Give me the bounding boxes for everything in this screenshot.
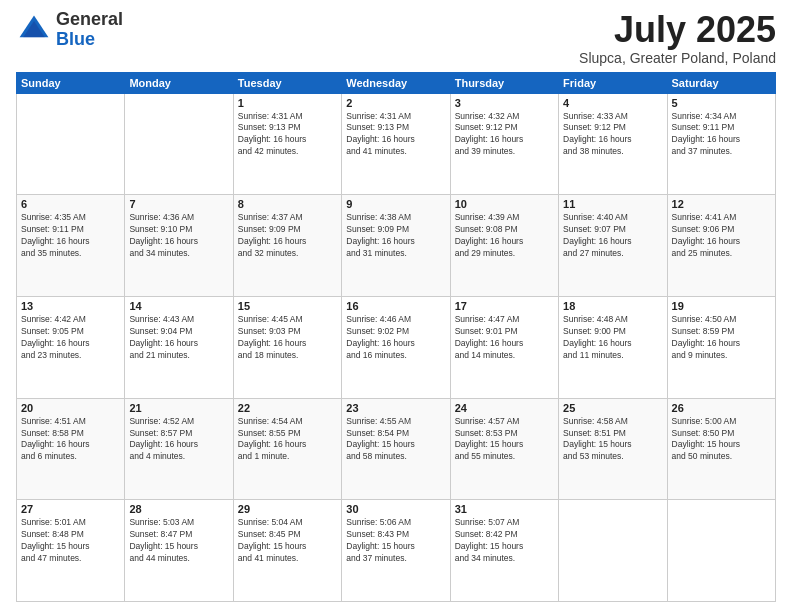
logo: General Blue bbox=[16, 10, 123, 50]
calendar-week-row: 20Sunrise: 4:51 AM Sunset: 8:58 PM Dayli… bbox=[17, 398, 776, 500]
day-of-week-header: Sunday bbox=[17, 72, 125, 93]
calendar-cell bbox=[559, 500, 667, 602]
day-number: 22 bbox=[238, 402, 337, 414]
day-number: 1 bbox=[238, 97, 337, 109]
calendar-cell: 29Sunrise: 5:04 AM Sunset: 8:45 PM Dayli… bbox=[233, 500, 341, 602]
calendar-cell: 11Sunrise: 4:40 AM Sunset: 9:07 PM Dayli… bbox=[559, 195, 667, 297]
day-info: Sunrise: 5:06 AM Sunset: 8:43 PM Dayligh… bbox=[346, 517, 445, 565]
day-info: Sunrise: 4:36 AM Sunset: 9:10 PM Dayligh… bbox=[129, 212, 228, 260]
day-info: Sunrise: 4:38 AM Sunset: 9:09 PM Dayligh… bbox=[346, 212, 445, 260]
calendar-week-row: 27Sunrise: 5:01 AM Sunset: 8:48 PM Dayli… bbox=[17, 500, 776, 602]
calendar-cell: 17Sunrise: 4:47 AM Sunset: 9:01 PM Dayli… bbox=[450, 296, 558, 398]
day-info: Sunrise: 4:40 AM Sunset: 9:07 PM Dayligh… bbox=[563, 212, 662, 260]
calendar-cell bbox=[17, 93, 125, 195]
day-info: Sunrise: 4:50 AM Sunset: 8:59 PM Dayligh… bbox=[672, 314, 771, 362]
day-info: Sunrise: 4:43 AM Sunset: 9:04 PM Dayligh… bbox=[129, 314, 228, 362]
day-info: Sunrise: 4:37 AM Sunset: 9:09 PM Dayligh… bbox=[238, 212, 337, 260]
day-number: 12 bbox=[672, 198, 771, 210]
day-info: Sunrise: 4:35 AM Sunset: 9:11 PM Dayligh… bbox=[21, 212, 120, 260]
logo-general: General bbox=[56, 9, 123, 29]
day-number: 27 bbox=[21, 503, 120, 515]
calendar-cell: 2Sunrise: 4:31 AM Sunset: 9:13 PM Daylig… bbox=[342, 93, 450, 195]
calendar-cell: 8Sunrise: 4:37 AM Sunset: 9:09 PM Daylig… bbox=[233, 195, 341, 297]
day-of-week-header: Friday bbox=[559, 72, 667, 93]
day-number: 9 bbox=[346, 198, 445, 210]
calendar-cell: 25Sunrise: 4:58 AM Sunset: 8:51 PM Dayli… bbox=[559, 398, 667, 500]
day-info: Sunrise: 4:57 AM Sunset: 8:53 PM Dayligh… bbox=[455, 416, 554, 464]
day-number: 29 bbox=[238, 503, 337, 515]
day-number: 2 bbox=[346, 97, 445, 109]
day-info: Sunrise: 4:54 AM Sunset: 8:55 PM Dayligh… bbox=[238, 416, 337, 464]
day-info: Sunrise: 4:47 AM Sunset: 9:01 PM Dayligh… bbox=[455, 314, 554, 362]
day-number: 8 bbox=[238, 198, 337, 210]
day-info: Sunrise: 4:51 AM Sunset: 8:58 PM Dayligh… bbox=[21, 416, 120, 464]
calendar-cell: 18Sunrise: 4:48 AM Sunset: 9:00 PM Dayli… bbox=[559, 296, 667, 398]
logo-blue: Blue bbox=[56, 29, 95, 49]
calendar-cell: 19Sunrise: 4:50 AM Sunset: 8:59 PM Dayli… bbox=[667, 296, 775, 398]
calendar-cell: 10Sunrise: 4:39 AM Sunset: 9:08 PM Dayli… bbox=[450, 195, 558, 297]
day-number: 15 bbox=[238, 300, 337, 312]
day-info: Sunrise: 4:55 AM Sunset: 8:54 PM Dayligh… bbox=[346, 416, 445, 464]
day-of-week-header: Wednesday bbox=[342, 72, 450, 93]
day-number: 3 bbox=[455, 97, 554, 109]
day-number: 31 bbox=[455, 503, 554, 515]
day-info: Sunrise: 5:01 AM Sunset: 8:48 PM Dayligh… bbox=[21, 517, 120, 565]
day-info: Sunrise: 4:39 AM Sunset: 9:08 PM Dayligh… bbox=[455, 212, 554, 260]
calendar-cell: 9Sunrise: 4:38 AM Sunset: 9:09 PM Daylig… bbox=[342, 195, 450, 297]
calendar-cell: 16Sunrise: 4:46 AM Sunset: 9:02 PM Dayli… bbox=[342, 296, 450, 398]
calendar-cell bbox=[667, 500, 775, 602]
day-info: Sunrise: 4:48 AM Sunset: 9:00 PM Dayligh… bbox=[563, 314, 662, 362]
day-number: 21 bbox=[129, 402, 228, 414]
day-info: Sunrise: 4:58 AM Sunset: 8:51 PM Dayligh… bbox=[563, 416, 662, 464]
calendar-cell: 30Sunrise: 5:06 AM Sunset: 8:43 PM Dayli… bbox=[342, 500, 450, 602]
day-number: 24 bbox=[455, 402, 554, 414]
month-title: July 2025 bbox=[579, 10, 776, 50]
calendar-cell: 6Sunrise: 4:35 AM Sunset: 9:11 PM Daylig… bbox=[17, 195, 125, 297]
calendar-cell: 27Sunrise: 5:01 AM Sunset: 8:48 PM Dayli… bbox=[17, 500, 125, 602]
header-row: SundayMondayTuesdayWednesdayThursdayFrid… bbox=[17, 72, 776, 93]
calendar-cell: 14Sunrise: 4:43 AM Sunset: 9:04 PM Dayli… bbox=[125, 296, 233, 398]
day-info: Sunrise: 5:03 AM Sunset: 8:47 PM Dayligh… bbox=[129, 517, 228, 565]
day-number: 19 bbox=[672, 300, 771, 312]
day-of-week-header: Monday bbox=[125, 72, 233, 93]
day-number: 14 bbox=[129, 300, 228, 312]
day-number: 6 bbox=[21, 198, 120, 210]
calendar-cell: 5Sunrise: 4:34 AM Sunset: 9:11 PM Daylig… bbox=[667, 93, 775, 195]
day-info: Sunrise: 5:00 AM Sunset: 8:50 PM Dayligh… bbox=[672, 416, 771, 464]
day-number: 7 bbox=[129, 198, 228, 210]
header: General Blue July 2025 Slupca, Greater P… bbox=[16, 10, 776, 66]
calendar-table: SundayMondayTuesdayWednesdayThursdayFrid… bbox=[16, 72, 776, 602]
day-info: Sunrise: 5:04 AM Sunset: 8:45 PM Dayligh… bbox=[238, 517, 337, 565]
day-of-week-header: Saturday bbox=[667, 72, 775, 93]
day-number: 18 bbox=[563, 300, 662, 312]
calendar-cell: 1Sunrise: 4:31 AM Sunset: 9:13 PM Daylig… bbox=[233, 93, 341, 195]
calendar-cell: 20Sunrise: 4:51 AM Sunset: 8:58 PM Dayli… bbox=[17, 398, 125, 500]
calendar-cell: 22Sunrise: 4:54 AM Sunset: 8:55 PM Dayli… bbox=[233, 398, 341, 500]
day-info: Sunrise: 5:07 AM Sunset: 8:42 PM Dayligh… bbox=[455, 517, 554, 565]
calendar-cell: 15Sunrise: 4:45 AM Sunset: 9:03 PM Dayli… bbox=[233, 296, 341, 398]
calendar-cell: 7Sunrise: 4:36 AM Sunset: 9:10 PM Daylig… bbox=[125, 195, 233, 297]
page: General Blue July 2025 Slupca, Greater P… bbox=[0, 0, 792, 612]
calendar-week-row: 6Sunrise: 4:35 AM Sunset: 9:11 PM Daylig… bbox=[17, 195, 776, 297]
calendar-cell: 12Sunrise: 4:41 AM Sunset: 9:06 PM Dayli… bbox=[667, 195, 775, 297]
day-number: 10 bbox=[455, 198, 554, 210]
day-of-week-header: Tuesday bbox=[233, 72, 341, 93]
day-info: Sunrise: 4:31 AM Sunset: 9:13 PM Dayligh… bbox=[346, 111, 445, 159]
day-number: 13 bbox=[21, 300, 120, 312]
calendar-week-row: 13Sunrise: 4:42 AM Sunset: 9:05 PM Dayli… bbox=[17, 296, 776, 398]
day-info: Sunrise: 4:42 AM Sunset: 9:05 PM Dayligh… bbox=[21, 314, 120, 362]
calendar-cell: 31Sunrise: 5:07 AM Sunset: 8:42 PM Dayli… bbox=[450, 500, 558, 602]
day-number: 16 bbox=[346, 300, 445, 312]
logo-text: General Blue bbox=[56, 10, 123, 50]
day-number: 23 bbox=[346, 402, 445, 414]
calendar-cell: 23Sunrise: 4:55 AM Sunset: 8:54 PM Dayli… bbox=[342, 398, 450, 500]
day-number: 25 bbox=[563, 402, 662, 414]
calendar-cell: 3Sunrise: 4:32 AM Sunset: 9:12 PM Daylig… bbox=[450, 93, 558, 195]
day-info: Sunrise: 4:32 AM Sunset: 9:12 PM Dayligh… bbox=[455, 111, 554, 159]
calendar-cell: 24Sunrise: 4:57 AM Sunset: 8:53 PM Dayli… bbox=[450, 398, 558, 500]
title-section: July 2025 Slupca, Greater Poland, Poland bbox=[579, 10, 776, 66]
day-number: 17 bbox=[455, 300, 554, 312]
day-info: Sunrise: 4:45 AM Sunset: 9:03 PM Dayligh… bbox=[238, 314, 337, 362]
day-number: 28 bbox=[129, 503, 228, 515]
calendar-cell: 26Sunrise: 5:00 AM Sunset: 8:50 PM Dayli… bbox=[667, 398, 775, 500]
